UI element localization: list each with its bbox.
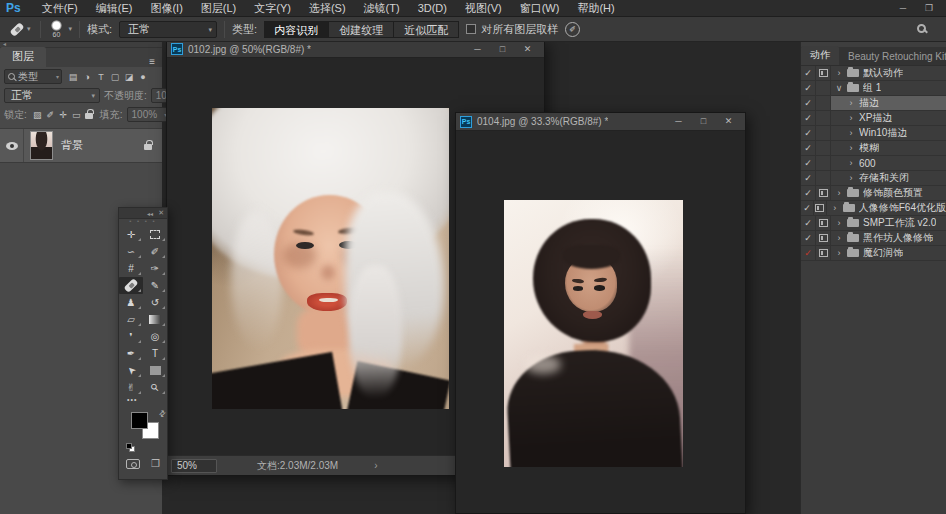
expand-arrow-icon[interactable]: ›	[847, 158, 855, 168]
screen-mode-button[interactable]: ❐	[151, 458, 160, 469]
canvas-image-0102[interactable]	[212, 108, 449, 409]
expand-arrow-icon[interactable]: ∨	[835, 83, 843, 93]
minimize-button[interactable]: ─	[465, 42, 490, 57]
menu-item[interactable]: 文件(F)	[33, 2, 87, 14]
action-include-toggle[interactable]: ✓	[801, 246, 816, 260]
brush-preset-picker[interactable]: 60 ▾	[48, 20, 73, 38]
app-restore-button[interactable]: ❐	[918, 0, 940, 16]
document-titlebar[interactable]: Ps 0102.jpg @ 50%(RGB/8#) * ─ □ ✕	[167, 41, 544, 58]
action-dialog-toggle[interactable]	[816, 171, 831, 185]
action-include-toggle[interactable]: ✓	[801, 156, 816, 170]
document-canvas[interactable]	[456, 131, 745, 513]
close-button[interactable]: ✕	[716, 114, 741, 129]
menu-item[interactable]: 选择(S)	[300, 2, 355, 14]
layer-row-background[interactable]: 背景	[0, 128, 162, 163]
gradient-tool[interactable]	[143, 311, 167, 328]
search-button[interactable]	[917, 23, 926, 35]
action-include-toggle[interactable]: ✓	[801, 111, 816, 125]
action-include-toggle[interactable]: ✓	[801, 186, 816, 200]
close-button[interactable]: ✕	[515, 42, 540, 57]
panel-tab[interactable]: Beauty Retouching Kit	[839, 49, 946, 65]
layer-visibility-toggle[interactable]	[0, 129, 24, 162]
expand-arrow-icon[interactable]: ›	[831, 203, 839, 213]
expand-arrow-icon[interactable]: ›	[835, 188, 843, 198]
action-dialog-toggle[interactable]	[816, 141, 831, 155]
expand-arrow-icon[interactable]: ›	[847, 113, 855, 123]
path-selection-tool[interactable]: ➤	[119, 362, 143, 379]
document-titlebar[interactable]: Ps 0104.jpg @ 33.3%(RGB/8#) * ─ □ ✕	[456, 113, 745, 131]
fill-value-dropdown[interactable]: 100%	[127, 107, 171, 122]
menu-item[interactable]: 文字(Y)	[245, 2, 300, 14]
zoom-tool[interactable]: ⚲	[143, 379, 167, 396]
eyedropper-tool[interactable]: ✑	[143, 260, 167, 277]
tablet-pressure-icon[interactable]: ✐	[565, 22, 580, 37]
action-include-toggle[interactable]: ✓	[801, 141, 816, 155]
layer-thumbnail[interactable]	[30, 131, 53, 160]
expand-arrow-icon[interactable]: ›	[847, 98, 855, 108]
lock-all-icon[interactable]	[83, 110, 96, 120]
action-row[interactable]: ✓ › 人像修饰F64优化版	[801, 201, 946, 216]
hand-tool[interactable]: ✌	[119, 379, 143, 396]
close-panel-icon[interactable]: ✕	[158, 209, 164, 217]
action-dialog-toggle[interactable]	[816, 246, 831, 260]
menu-item[interactable]: 滤镜(T)	[355, 2, 409, 14]
swap-colors-icon[interactable]: ⇄	[157, 408, 168, 419]
quick-selection-tool[interactable]: ✐	[143, 243, 167, 260]
action-row[interactable]: ✓ ∨ 组 1	[801, 81, 946, 96]
heal-type-button[interactable]: 近似匹配	[394, 21, 459, 38]
status-options-arrow[interactable]: ›	[374, 460, 377, 471]
adjustment-layer-filter-icon[interactable]: ◑	[80, 70, 94, 84]
edit-toolbar-button[interactable]: •••	[119, 396, 167, 408]
crop-tool[interactable]: #	[119, 260, 143, 277]
action-include-toggle[interactable]: ✓	[801, 216, 816, 230]
action-include-toggle[interactable]: ✓	[801, 81, 816, 95]
rectangle-tool[interactable]	[143, 362, 167, 379]
action-row[interactable]: ✓ › Win10描边	[801, 126, 946, 141]
expand-arrow-icon[interactable]: ›	[835, 233, 843, 243]
expand-arrow-icon[interactable]: ›	[847, 173, 855, 183]
menu-item[interactable]: 视图(V)	[456, 2, 511, 14]
spot-healing-brush-tool[interactable]	[119, 277, 143, 294]
minimize-button[interactable]: ─	[666, 114, 691, 129]
action-row[interactable]: ✓ › SMP工作流 v2.0	[801, 216, 946, 231]
lock-artboard-icon[interactable]: ▭	[70, 110, 83, 120]
panel-menu-icon[interactable]: ≡	[142, 56, 162, 67]
smart-object-filter-icon[interactable]: ◪	[122, 70, 136, 84]
maximize-button[interactable]: □	[691, 114, 716, 129]
layer-filter-kind-dropdown[interactable]: 类型	[4, 69, 62, 84]
blend-mode-dropdown[interactable]: 正常	[119, 21, 217, 38]
action-include-toggle[interactable]: ✓	[801, 231, 816, 245]
expand-arrow-icon[interactable]: ›	[835, 68, 843, 78]
action-include-toggle[interactable]: ✓	[801, 96, 816, 110]
expand-arrow-icon[interactable]: ›	[847, 143, 855, 153]
action-dialog-toggle[interactable]	[816, 96, 831, 110]
panel-tab[interactable]: 动作	[801, 46, 839, 65]
lock-pixels-icon[interactable]: ✐	[44, 110, 57, 120]
expand-arrow-icon[interactable]: ›	[835, 248, 843, 258]
action-include-toggle[interactable]: ✓	[801, 171, 816, 185]
active-tool-preset[interactable]: ▾	[8, 25, 33, 33]
lock-transparency-icon[interactable]: ▨	[31, 110, 44, 120]
action-dialog-toggle[interactable]	[816, 126, 831, 140]
action-include-toggle[interactable]: ✓	[801, 126, 816, 140]
filter-toggle-icon[interactable]: ●	[136, 70, 150, 84]
action-dialog-toggle[interactable]	[816, 216, 831, 230]
lasso-tool[interactable]: ∽	[119, 243, 143, 260]
menu-item[interactable]: 编辑(E)	[87, 2, 142, 14]
expand-arrow-icon[interactable]: ›	[835, 218, 843, 228]
action-include-toggle[interactable]: ✓	[801, 66, 816, 80]
collapse-panel-icon[interactable]: ◂◂	[147, 210, 153, 217]
layer-blend-mode-dropdown[interactable]: 正常	[4, 88, 100, 103]
clone-stamp-tool[interactable]: ♟	[119, 294, 143, 311]
action-row[interactable]: ✓ › 存储和关闭	[801, 171, 946, 186]
maximize-button[interactable]: □	[490, 42, 515, 57]
action-row[interactable]: ✓ › 黑作坊人像修饰	[801, 231, 946, 246]
eraser-tool[interactable]: ▱	[119, 311, 143, 328]
heal-type-button[interactable]: 内容识别	[264, 21, 329, 38]
foreground-color-swatch[interactable]	[131, 412, 148, 429]
checkbox-icon[interactable]	[466, 24, 476, 34]
sample-all-layers-option[interactable]: 对所有图层取样	[466, 22, 558, 37]
heal-type-button[interactable]: 创建纹理	[329, 21, 394, 38]
action-dialog-toggle[interactable]	[816, 231, 831, 245]
menu-item[interactable]: 图层(L)	[192, 2, 245, 14]
